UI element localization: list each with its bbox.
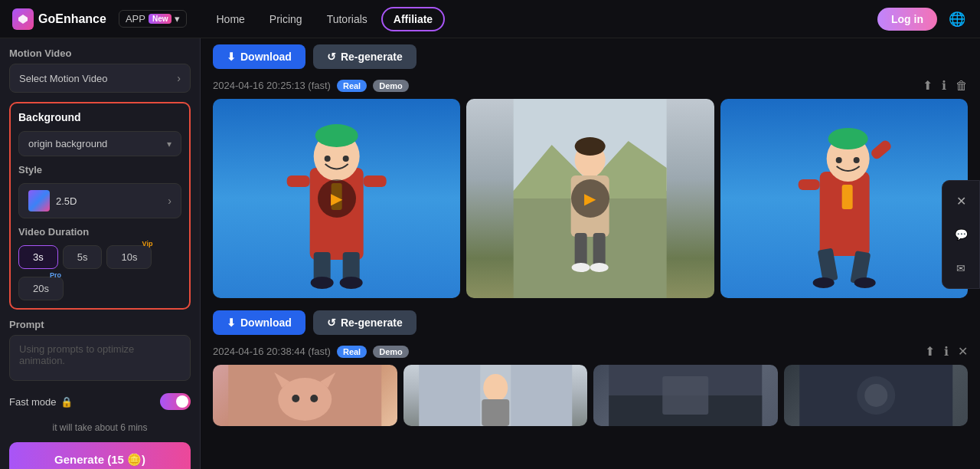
nav-affiliate[interactable]: Affiliate: [381, 7, 445, 31]
gallery-item-inner-1: ▶: [213, 99, 460, 298]
sidebar: Motion Video Select Motion Video › Backg…: [0, 38, 201, 469]
close-icon-2[interactable]: ✕: [958, 344, 968, 359]
prompt-label: Prompt: [9, 319, 191, 330]
first-action-row: ⬇ Download ↺ Re-generate: [213, 44, 968, 69]
thumb-inner-3: [593, 365, 778, 426]
delete-icon-1[interactable]: 🗑: [956, 79, 968, 93]
thumb-inner-2: [403, 365, 588, 426]
thumb-inner-4: [784, 365, 969, 426]
gallery-item-inner-3: [720, 99, 968, 298]
svg-point-39: [310, 395, 318, 402]
gallery-item-inner-2: ▶: [466, 99, 714, 298]
content-area: ⬇ Download ↺ Re-generate 2024-04-16 20:2…: [201, 38, 980, 469]
refresh-icon-2: ↺: [327, 316, 336, 329]
svg-point-6: [311, 277, 334, 289]
select-motion-video-button[interactable]: Select Motion Video ›: [9, 64, 191, 93]
gallery-header-2: 2024-04-16 20:38:44 (fast) Real Demo ⬆ ℹ…: [213, 344, 968, 359]
svg-rect-19: [593, 233, 606, 267]
svg-rect-25: [869, 139, 892, 161]
info-icon-1[interactable]: ℹ: [942, 78, 946, 93]
refresh-icon: ↺: [327, 51, 336, 63]
gallery-header-1: 2024-04-16 20:25:13 (fast) Real Demo ⬆ ℹ…: [213, 78, 968, 93]
duration-10s-button[interactable]: 10s Vip: [106, 245, 152, 269]
download-icon: ⬇: [227, 51, 236, 63]
gallery-item-scene3[interactable]: [593, 365, 778, 426]
lock-icon: 🔒: [60, 396, 73, 408]
svg-point-10: [325, 156, 331, 162]
float-discord-button[interactable]: 💬: [947, 221, 975, 248]
toggle-knob: [176, 395, 188, 408]
background-value: origin background: [28, 138, 107, 149]
prompt-section: Prompt: [9, 319, 191, 381]
svg-point-2: [315, 124, 358, 147]
float-email-button[interactable]: ✉: [947, 254, 975, 282]
style-thumbnail: [28, 190, 50, 212]
duration-3s-button[interactable]: 3s: [18, 245, 58, 269]
background-dropdown[interactable]: origin background ▾: [18, 131, 181, 156]
header-right: Log in 🌐: [877, 8, 968, 31]
info-icon-2[interactable]: ℹ: [944, 344, 949, 359]
second-download-button[interactable]: ⬇ Download: [213, 310, 305, 335]
svg-point-21: [590, 263, 609, 272]
gallery-item-scene4[interactable]: [784, 365, 969, 426]
app-label: APP: [126, 13, 145, 25]
svg-point-30: [812, 277, 834, 288]
play-button-2[interactable]: ▶: [571, 179, 609, 218]
generate-button[interactable]: Generate (15 🪙): [9, 442, 191, 469]
nav-pricing[interactable]: Pricing: [259, 8, 313, 30]
chevron-right-icon: ›: [177, 72, 181, 84]
nav-links: Home Pricing Tutorials Affiliate: [205, 7, 445, 31]
globe-icon[interactable]: 🌐: [946, 8, 968, 30]
float-close-button[interactable]: ✕: [947, 187, 975, 215]
gallery-grid-1: ▶: [213, 99, 968, 298]
gallery-item-person2[interactable]: [403, 365, 588, 426]
style-button[interactable]: 2.5D ›: [18, 183, 181, 218]
duration-buttons: 3s 5s 10s Vip: [18, 245, 181, 269]
gallery-item-joker-blue[interactable]: ▶: [213, 99, 460, 298]
duration-buttons-row2: 20s Pro: [18, 277, 181, 300]
gallery-item-cat[interactable]: [213, 365, 397, 426]
svg-rect-49: [864, 384, 887, 407]
svg-point-42: [483, 374, 508, 402]
app-chevron-icon: ▾: [175, 13, 180, 25]
select-motion-video-text: Select Motion Video: [19, 73, 107, 84]
svg-rect-27: [841, 185, 852, 209]
share-icon-1[interactable]: ⬆: [923, 78, 933, 93]
duration-5s-button[interactable]: 5s: [63, 245, 103, 269]
gallery-group-1: 2024-04-16 20:25:13 (fast) Real Demo ⬆ ℹ…: [213, 78, 968, 298]
logo: GoEnhance: [12, 8, 106, 30]
svg-rect-8: [287, 175, 310, 187]
first-regenerate-button[interactable]: ↺ Re-generate: [313, 44, 416, 69]
style-label: Style: [18, 164, 181, 175]
share-icon-2[interactable]: ⬆: [925, 344, 935, 359]
svg-point-31: [854, 277, 875, 288]
prompt-input[interactable]: [9, 335, 191, 381]
fast-mode-toggle[interactable]: [160, 393, 191, 410]
header: GoEnhance APP New ▾ Home Pricing Tutoria…: [0, 0, 980, 38]
second-regenerate-button[interactable]: ↺ Re-generate: [313, 310, 416, 335]
logo-icon: [12, 8, 34, 30]
app-badge[interactable]: APP New ▾: [119, 10, 188, 28]
background-label: Background: [18, 111, 181, 123]
duration-label: Video Duration: [18, 226, 181, 238]
login-button[interactable]: Log in: [877, 8, 937, 31]
play-button-1[interactable]: ▶: [318, 179, 356, 218]
badge-demo-1: Demo: [373, 80, 409, 92]
svg-rect-26: [798, 179, 819, 190]
gallery-item-joker-dance[interactable]: [720, 99, 968, 298]
first-download-button[interactable]: ⬇ Download: [213, 44, 305, 69]
right-float-panel: ✕ 💬 ✉: [942, 180, 980, 289]
nav-tutorials[interactable]: Tutorials: [316, 8, 378, 30]
badge-demo-2: Demo: [373, 346, 409, 358]
svg-point-7: [340, 277, 363, 289]
svg-point-33: [853, 157, 859, 163]
svg-point-32: [835, 157, 841, 163]
svg-point-11: [343, 156, 349, 162]
vip-badge: Vip: [142, 240, 153, 248]
svg-rect-46: [662, 376, 708, 415]
fast-mode-label: Fast mode 🔒: [9, 396, 73, 408]
style-name: 2.5D: [56, 195, 168, 207]
gallery-item-person[interactable]: ▶: [466, 99, 714, 298]
duration-20s-button[interactable]: 20s Pro: [18, 277, 64, 300]
nav-home[interactable]: Home: [205, 8, 255, 30]
